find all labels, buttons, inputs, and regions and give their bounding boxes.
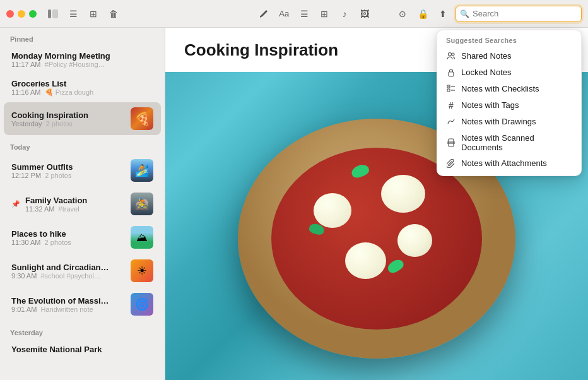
note-title: Monday Morning Meeting	[11, 51, 153, 61]
outfits-thumbnail-image: 🏄	[131, 159, 153, 182]
dropdown-item-locked[interactable]: Locked Notes	[437, 64, 581, 81]
note-meta: 9:30 AM #school #psychol…	[11, 272, 126, 280]
note-title: The Evolution of Massi…	[11, 296, 126, 306]
mozzarella-4	[397, 224, 432, 257]
note-title: Places to hike	[11, 229, 126, 239]
titlebar: ☰ ⊞ 🗑 Aa ☰ ⊞ ♪ 🖼 ⊙ 🔒 ⬆ 🔍 Suggested Searc…	[0, 0, 588, 28]
list-item[interactable]: Sunlight and Circadian… 9:30 AM #school …	[4, 254, 161, 287]
dropdown-item-checklists-label: Notes with Checklists	[461, 84, 539, 93]
note-meta: 11:32 AM #travel	[25, 205, 126, 213]
note-title: Summer Outfits	[11, 162, 126, 172]
list-item[interactable]: Summer Outfits 12:12 PM 2 photos 🏄	[4, 154, 161, 187]
dropdown-item-scanned-label: Notes with Scanned Documents	[461, 133, 572, 152]
shared-notes-icon	[446, 51, 456, 61]
note-text: Yosemite National Park	[11, 345, 153, 354]
locked-notes-icon	[446, 68, 456, 78]
list-item[interactable]: 📌 Family Vacation 11:32 AM #travel 🚵	[4, 187, 161, 220]
dropdown-item-tags-label: Notes with Tags	[461, 100, 519, 110]
note-text: The Evolution of Massi… 9:01 AM Handwrit…	[11, 296, 126, 313]
note-meta: 11:17 AM #Policy #Housing…	[11, 61, 153, 68]
basil-3	[385, 257, 405, 275]
note-text: Places to hike 11:30 AM 2 photos	[11, 229, 126, 246]
dropdown-item-tags[interactable]: # Notes with Tags	[437, 97, 581, 114]
note-thumbnail: 🏄	[131, 159, 153, 182]
note-text: Summer Outfits 12:12 PM 2 photos	[11, 162, 126, 179]
list-item[interactable]: Places to hike 11:30 AM 2 photos ⛰	[4, 221, 161, 254]
attachments-icon	[446, 158, 456, 169]
format-icon[interactable]: Aa	[276, 6, 291, 21]
dropdown-header: Suggested Searches	[437, 34, 581, 48]
yesterday-section-header: Yesterday	[0, 321, 165, 339]
note-thumbnail: 🌀	[131, 293, 153, 316]
svg-rect-9	[449, 139, 454, 146]
note-title: Sunlight and Circadian…	[11, 263, 126, 272]
list-view-icon[interactable]: ☰	[66, 6, 81, 21]
svg-point-2	[449, 52, 452, 56]
svg-rect-1	[52, 9, 58, 18]
search-container: 🔍 Suggested Searches Shared Notes	[456, 6, 582, 22]
note-title: Yosemite National Park	[11, 345, 153, 354]
note-meta: 12:12 PM 2 photos	[11, 172, 126, 179]
dropdown-item-shared[interactable]: Shared Notes	[437, 48, 581, 64]
evolution-thumbnail-image: 🌀	[131, 293, 153, 316]
note-text: Monday Morning Meeting 11:17 AM #Policy …	[11, 51, 153, 68]
share-icon[interactable]: ⬆	[435, 6, 450, 21]
svg-rect-6	[447, 89, 450, 92]
mozzarella-3	[345, 242, 386, 279]
note-thumbnail: ⛰	[131, 226, 153, 249]
note-meta: Yesterday 2 photos	[11, 120, 126, 128]
dropdown-item-locked-label: Locked Notes	[461, 68, 512, 77]
drawings-icon	[446, 117, 456, 127]
close-button[interactable]	[6, 10, 14, 18]
list-item[interactable]: Groceries List 11:16 AM 🍕 Pizza dough	[4, 74, 161, 102]
dropdown-item-attachments-label: Notes with Attachments	[461, 158, 547, 168]
media-icon[interactable]: 🖼	[357, 6, 372, 21]
collaborate-icon[interactable]: ⊙	[395, 6, 410, 21]
sunlight-thumbnail-image: ☀	[131, 259, 153, 282]
pizza-thumbnail-image: 🍕	[131, 107, 153, 130]
dropdown-item-attachments[interactable]: Notes with Attachments	[437, 155, 581, 172]
scanned-icon	[446, 138, 456, 148]
list-item[interactable]: Yosemite National Park	[4, 340, 161, 359]
fullscreen-button[interactable]	[29, 10, 37, 18]
new-note-icon[interactable]	[256, 6, 271, 21]
dropdown-item-drawings-label: Notes with Drawings	[461, 117, 536, 126]
note-title: Groceries List	[11, 79, 153, 88]
search-dropdown: Suggested Searches Shared Notes	[437, 30, 582, 176]
note-text: Groceries List 11:16 AM 🍕 Pizza dough	[11, 79, 153, 97]
grid-view-icon[interactable]: ⊞	[86, 6, 101, 21]
note-title: Cooking Inspiration	[11, 110, 126, 120]
table-icon[interactable]: ⊞	[317, 6, 332, 21]
basil-1	[350, 163, 370, 179]
note-meta: 9:01 AM Handwritten note	[11, 306, 126, 313]
hike-thumbnail-image: ⛰	[131, 226, 153, 249]
note-thumbnail: 🚵	[131, 193, 153, 215]
search-icon: 🔍	[460, 9, 469, 18]
lock-icon[interactable]: 🔒	[415, 6, 430, 21]
delete-icon[interactable]: 🗑	[106, 6, 121, 21]
pinned-section-header: Pinned	[0, 28, 165, 45]
checklist-icon[interactable]: ☰	[297, 6, 312, 21]
pin-icon: 📌	[11, 200, 20, 208]
sidebar: Pinned Monday Morning Meeting 11:17 AM #…	[0, 28, 165, 380]
dropdown-item-drawings[interactable]: Notes with Drawings	[437, 114, 581, 130]
sidebar-toggle-icon[interactable]	[45, 6, 61, 21]
list-item[interactable]: Monday Morning Meeting 11:17 AM #Policy …	[4, 46, 161, 73]
note-text: Cooking Inspiration Yesterday 2 photos	[11, 110, 126, 128]
traffic-lights	[6, 10, 37, 18]
dropdown-item-scanned[interactable]: Notes with Scanned Documents	[437, 130, 581, 155]
svg-rect-4	[449, 72, 454, 76]
audio-icon[interactable]: ♪	[337, 6, 352, 21]
note-title: Family Vacation	[25, 196, 126, 205]
search-input[interactable]	[456, 6, 582, 22]
list-item[interactable]: The Evolution of Massi… 9:01 AM Handwrit…	[4, 288, 161, 321]
vacation-thumbnail-image: 🚵	[131, 193, 153, 215]
svg-rect-0	[48, 9, 51, 18]
note-thumbnail: ☀	[131, 259, 153, 282]
list-item[interactable]: Cooking Inspiration Yesterday 2 photos 🍕	[4, 102, 161, 135]
note-thumbnail: 🍕	[131, 107, 153, 130]
dropdown-item-checklists[interactable]: Notes with Checklists	[437, 81, 581, 97]
minimize-button[interactable]	[18, 10, 25, 18]
mozzarella-1	[314, 193, 351, 228]
today-section-header: Today	[0, 136, 165, 153]
